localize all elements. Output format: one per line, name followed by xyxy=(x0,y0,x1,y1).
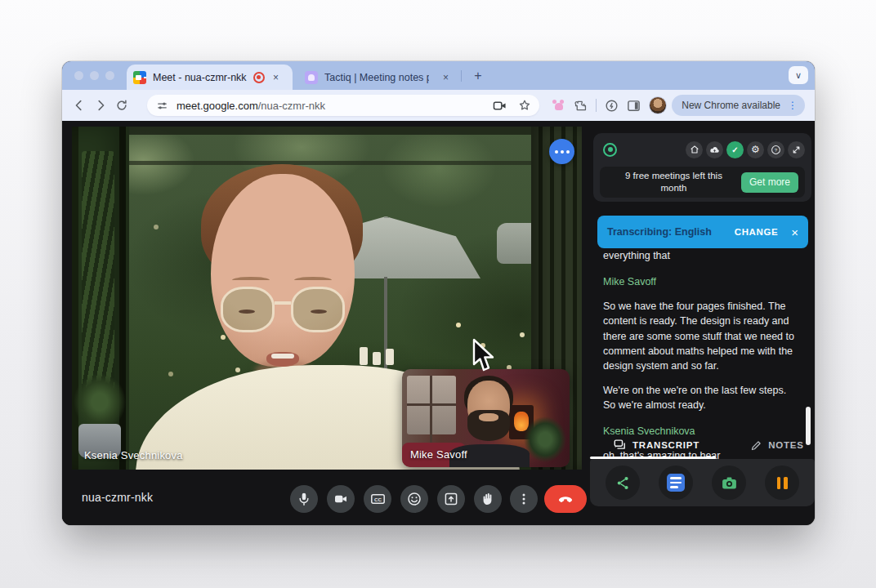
toolbar-separator xyxy=(596,99,597,112)
tab-notes-label: NOTES xyxy=(768,440,804,450)
camera-in-use-icon[interactable] xyxy=(493,100,507,112)
more-options-icon[interactable] xyxy=(510,485,538,513)
browser-toolbar: meet.google.com/nua-czmr-nkk xyxy=(62,90,815,121)
tactiq-header-panel: ✓ ⚙ ? 9 free meetings left this month Ge… xyxy=(593,133,811,202)
transcript-speaker: Mike Savoff xyxy=(603,274,801,289)
star-icon[interactable] xyxy=(518,99,531,112)
summary-doc-icon xyxy=(667,474,685,492)
cloud-sync-icon[interactable] xyxy=(706,141,723,158)
glass-frame-bar xyxy=(72,161,582,165)
pip-video-tile[interactable]: Mike Savoff xyxy=(402,369,570,467)
settings-gear-icon[interactable]: ⚙ xyxy=(747,141,764,158)
tab-search-chevron-button[interactable]: ∨ xyxy=(789,66,808,84)
site-info-icon[interactable] xyxy=(155,99,169,113)
browser-window: Meet - nua-czmr-nkk × Tactiq | Meeting n… xyxy=(62,61,815,525)
tab-close-icon[interactable]: × xyxy=(440,71,451,84)
help-icon[interactable]: ? xyxy=(767,141,784,158)
tab-separator xyxy=(461,70,462,82)
new-tab-button[interactable]: + xyxy=(470,68,486,84)
glasses xyxy=(219,287,346,334)
share-icon xyxy=(615,475,631,491)
end-call-icon[interactable] xyxy=(544,485,587,513)
screenshot-button[interactable] xyxy=(712,466,746,500)
participant-name-label: Ksenia Svechnikova xyxy=(84,449,183,461)
plant xyxy=(524,416,566,462)
tab-title: Tactiq | Meeting notes powe xyxy=(324,72,429,83)
forward-icon[interactable] xyxy=(90,95,111,116)
participant-face xyxy=(211,174,355,367)
notes-pencil-icon xyxy=(750,439,762,452)
share-button[interactable] xyxy=(606,466,640,500)
address-bar[interactable]: meet.google.com/nua-czmr-nkk xyxy=(147,95,539,116)
window-snow xyxy=(407,376,456,434)
present-icon[interactable] xyxy=(437,485,465,513)
captions-icon[interactable]: CC xyxy=(364,485,391,513)
close-window-button[interactable] xyxy=(74,71,83,80)
raise-hand-icon[interactable] xyxy=(474,485,502,513)
transcript-chat-icon xyxy=(613,439,627,452)
tactiq-extension-icon[interactable] xyxy=(552,100,565,111)
get-more-button[interactable]: Get more xyxy=(741,172,798,193)
shield-check-icon[interactable]: ✓ xyxy=(726,141,744,158)
transcript-panel: everything that Mike Savoff So we have t… xyxy=(603,248,801,463)
transcript-line: We're on the we're on the last few steps… xyxy=(603,383,801,412)
potted-plant-leaves xyxy=(74,373,126,430)
pip-name-label: Mike Savoff xyxy=(410,448,467,461)
meet-favicon xyxy=(133,71,146,84)
minimize-window-button[interactable] xyxy=(90,71,99,80)
candles xyxy=(360,344,412,365)
zoom-window-button[interactable] xyxy=(105,71,114,80)
side-panel-icon[interactable] xyxy=(627,99,641,113)
reactions-icon[interactable] xyxy=(400,485,428,513)
expand-icon[interactable] xyxy=(788,141,805,158)
tab-meet[interactable]: Meet - nua-czmr-nkk × xyxy=(127,65,293,90)
reload-icon[interactable] xyxy=(111,95,132,116)
meet-page: Ksenia Svechnikova Mike Savoff nua-czmr-… xyxy=(62,121,815,525)
url-text: meet.google.com/nua-czmr-nkk xyxy=(177,100,325,112)
summary-button[interactable] xyxy=(659,466,693,500)
mic-icon[interactable] xyxy=(290,485,318,513)
tactiq-favicon xyxy=(305,71,318,84)
update-pill-label: New Chrome available xyxy=(682,100,780,111)
svg-text:CC: CC xyxy=(374,497,382,502)
transcript-line: So we have the four pages finished. The … xyxy=(603,299,801,373)
chrome-update-pill[interactable]: New Chrome available ⋮ xyxy=(672,95,805,116)
meet-control-bar: nua-czmr-nkk CC xyxy=(62,470,582,525)
participant-mouth xyxy=(266,352,299,367)
eyebrow xyxy=(232,277,270,283)
sidebar-tabs: TRANSCRIPT NOTES xyxy=(590,434,815,457)
pause-button[interactable] xyxy=(765,466,799,500)
performance-icon[interactable] xyxy=(605,99,619,113)
tab-close-icon[interactable]: × xyxy=(270,71,283,84)
quota-box: 9 free meetings left this month Get more xyxy=(600,167,805,198)
tactiq-status-icon xyxy=(603,143,617,157)
tab-tactiq[interactable]: Tactiq | Meeting notes powe × xyxy=(298,65,458,90)
home-icon[interactable] xyxy=(686,141,703,158)
eyebrow xyxy=(294,277,332,283)
change-language-button[interactable]: CHANGE xyxy=(735,227,778,237)
tab-strip: Meet - nua-czmr-nkk × Tactiq | Meeting n… xyxy=(62,61,815,90)
screenshot-camera-icon xyxy=(721,475,738,491)
tab-transcript[interactable]: TRANSCRIPT xyxy=(613,439,699,452)
videocam-icon[interactable] xyxy=(327,485,355,513)
sidebar-action-bar xyxy=(590,459,815,506)
profile-avatar[interactable] xyxy=(649,96,667,114)
banner-close-icon[interactable]: × xyxy=(791,225,798,239)
transcribing-banner: Transcribing: English CHANGE × xyxy=(597,216,808,248)
pause-icon xyxy=(777,477,788,489)
tab-title: Meet - nua-czmr-nkk xyxy=(153,72,247,83)
pip-participant-beard xyxy=(467,410,510,441)
tab-notes[interactable]: NOTES xyxy=(750,439,804,452)
back-icon[interactable] xyxy=(69,95,90,116)
window-controls xyxy=(74,71,114,80)
meeting-code: nua-czmr-nkk xyxy=(82,491,153,504)
glass-frame-top xyxy=(72,127,582,135)
chat-bubble-icon[interactable] xyxy=(549,139,574,164)
transcribing-label: Transcribing: English xyxy=(607,226,735,238)
browser-menu-icon[interactable]: ⋮ xyxy=(785,100,800,111)
transcript-line: everything that xyxy=(603,248,801,263)
tab-transcript-label: TRANSCRIPT xyxy=(632,440,699,450)
recording-indicator-icon xyxy=(253,72,265,83)
quota-text: 9 free meetings left this month xyxy=(606,170,741,194)
extensions-puzzle-icon[interactable] xyxy=(574,99,588,113)
